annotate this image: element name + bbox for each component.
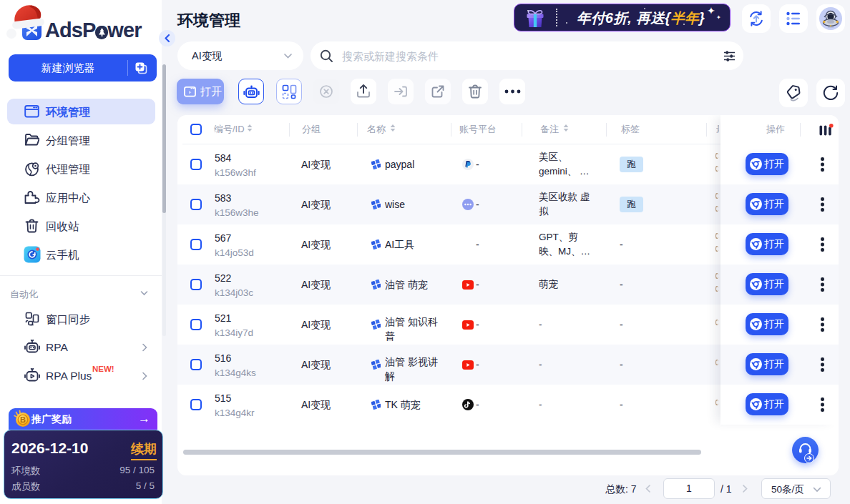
svg-text:B: B — [20, 415, 26, 424]
